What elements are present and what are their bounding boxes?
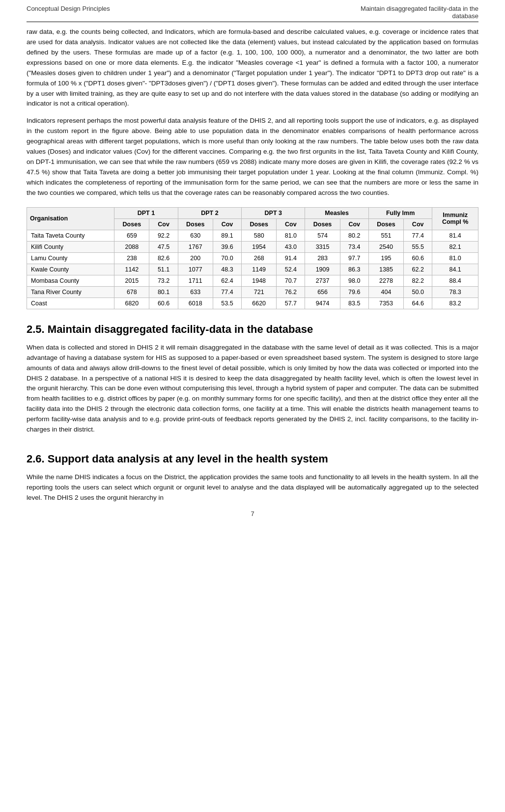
data-cell: 83.5 [340,298,368,309]
page-footer: 7 [27,510,478,517]
col-immuniz-compl: ImmunizCompl % [432,207,478,230]
table-body: Taita Taveta County65992.263089.158081.0… [27,230,478,309]
data-cell: 60.6 [404,252,432,264]
data-cell: 1711 [178,275,213,286]
data-cell: 195 [368,252,403,264]
data-cell: 551 [368,230,403,241]
data-cell: 89.1 [213,230,241,241]
data-cell: 82.2 [404,275,432,286]
data-cell: 6018 [178,298,213,309]
col-dpt2-doses: Doses [178,218,213,230]
data-cell: 86.3 [340,264,368,275]
data-cell: 70.0 [213,252,241,264]
table-row: Kwale County114251.1107748.3114952.41909… [27,264,478,275]
org-name-cell: Lamu County [27,252,114,264]
data-cell: 1954 [242,241,277,252]
data-cell: 7353 [368,298,403,309]
section-25: 2.5. Maintain disaggregated facility-dat… [27,323,478,435]
data-cell: 1142 [114,264,149,275]
data-table: Organisation DPT 1 DPT 2 DPT 3 Measles F… [27,207,478,309]
data-cell: 84.1 [432,264,478,275]
data-cell: 73.2 [149,275,178,286]
data-cell: 73.4 [340,241,368,252]
data-cell: 91.4 [277,252,305,264]
col-group-dpt3: DPT 3 [242,207,305,218]
data-cell: 574 [305,230,340,241]
data-cell: 77.4 [404,230,432,241]
data-cell: 64.6 [404,298,432,309]
org-name-cell: Coast [27,298,114,309]
data-cell: 2088 [114,241,149,252]
col-organisation: Organisation [27,207,114,230]
data-cell: 80.2 [340,230,368,241]
col-dpt2-cov: Cov [213,218,241,230]
org-name-cell: Kilifi County [27,241,114,252]
data-cell: 83.2 [432,298,478,309]
data-cell: 78.3 [432,286,478,298]
data-cell: 678 [114,286,149,298]
table-row: Lamu County23882.620070.026891.428397.71… [27,252,478,264]
org-name-cell: Kwale County [27,264,114,275]
data-cell: 1077 [178,264,213,275]
page: Conceptual Design Principles Maintain di… [0,0,505,537]
table-row: Mombasa County201573.2171162.4194870.727… [27,275,478,286]
section-25-heading: 2.5. Maintain disaggregated facility-dat… [27,323,478,336]
col-group-fully-imm: Fully Imm [368,207,432,218]
data-cell: 2278 [368,275,403,286]
data-cell: 2737 [305,275,340,286]
col-dpt3-doses: Doses [242,218,277,230]
data-cell: 721 [242,286,277,298]
immunization-table: Organisation DPT 1 DPT 2 DPT 3 Measles F… [27,207,478,309]
data-cell: 200 [178,252,213,264]
table-row: Coast682060.6601853.5662057.7947483.5735… [27,298,478,309]
data-cell: 76.2 [277,286,305,298]
paragraph-1: raw data, e.g. the counts being collecte… [27,27,478,109]
data-cell: 97.7 [340,252,368,264]
page-number: 7 [251,510,254,517]
data-cell: 656 [305,286,340,298]
section-26-heading: 2.6. Support data analysis at any level … [27,453,478,465]
data-cell: 1909 [305,264,340,275]
data-cell: 50.0 [404,286,432,298]
data-cell: 51.1 [149,264,178,275]
data-cell: 9474 [305,298,340,309]
table-row: Tana River County67880.163377.472176.265… [27,286,478,298]
data-cell: 47.5 [149,241,178,252]
data-cell: 1385 [368,264,403,275]
data-cell: 1767 [178,241,213,252]
col-group-dpt2: DPT 2 [178,207,241,218]
data-cell: 92.2 [149,230,178,241]
data-cell: 55.5 [404,241,432,252]
data-cell: 77.4 [213,286,241,298]
data-cell: 80.1 [149,286,178,298]
data-cell: 62.2 [404,264,432,275]
paragraph-2: Indicators represent perhaps the most po… [27,116,478,198]
data-cell: 3315 [305,241,340,252]
data-cell: 6820 [114,298,149,309]
data-cell: 238 [114,252,149,264]
data-cell: 1149 [242,264,277,275]
data-cell: 43.0 [277,241,305,252]
data-cell: 88.4 [432,275,478,286]
section-25-text: When data is collected and stored in DHI… [27,343,478,435]
data-cell: 57.7 [277,298,305,309]
header-left: Conceptual Design Principles [27,5,110,12]
data-cell: 62.4 [213,275,241,286]
col-group-dpt1: DPT 1 [114,207,178,218]
col-group-measles: Measles [305,207,368,218]
data-cell: 268 [242,252,277,264]
table-row: Taita Taveta County65992.263089.158081.0… [27,230,478,241]
section-26-text: While the name DHIS indicates a focus on… [27,472,478,503]
org-name-cell: Taita Taveta County [27,230,114,241]
data-cell: 2540 [368,241,403,252]
data-cell: 81.0 [277,230,305,241]
table-header-row-1: Organisation DPT 1 DPT 2 DPT 3 Measles F… [27,207,478,218]
data-cell: 659 [114,230,149,241]
data-cell: 82.1 [432,241,478,252]
data-cell: 283 [305,252,340,264]
org-name-cell: Mombasa County [27,275,114,286]
data-cell: 79.6 [340,286,368,298]
data-cell: 2015 [114,275,149,286]
data-cell: 81.4 [432,230,478,241]
data-cell: 81.0 [432,252,478,264]
